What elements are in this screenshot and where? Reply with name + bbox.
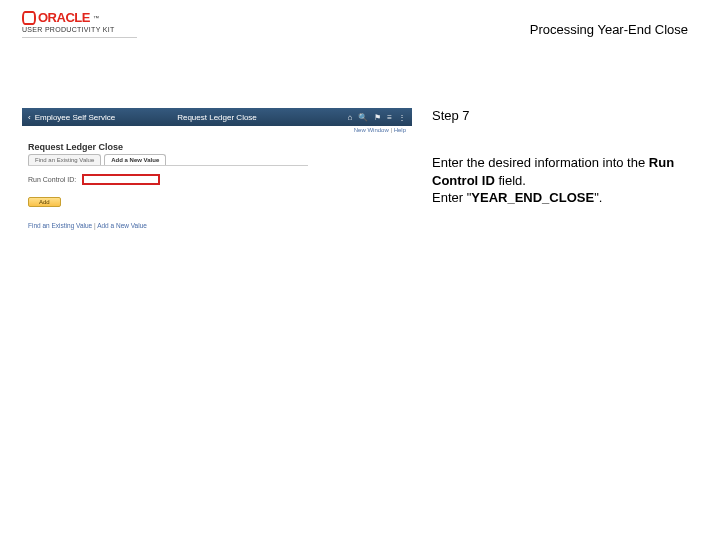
footer-links: Find an Existing Value | Add a New Value (28, 222, 412, 229)
help-link[interactable]: Help (394, 127, 406, 133)
menu-icon[interactable]: ⋮ (398, 113, 406, 122)
new-window-link[interactable]: New Window (354, 127, 389, 133)
brand-kit-label: USER PRODUCTIVITY KIT (22, 26, 137, 38)
step-label: Step 7 (432, 108, 470, 123)
inst-2b: ". (594, 190, 602, 205)
run-control-row: Run Control ID: (28, 174, 412, 185)
home-icon[interactable]: ⌂ (347, 113, 352, 122)
tab-underline (28, 165, 308, 166)
oracle-logo: ORACLE ™ (22, 10, 142, 25)
app-navbar: ‹ Employee Self Service Request Ledger C… (22, 108, 412, 126)
footer-find-link[interactable]: Find an Existing Value (28, 222, 92, 229)
search-icon[interactable]: 🔍 (358, 113, 368, 122)
app-screenshot-panel: ‹ Employee Self Service Request Ledger C… (22, 108, 412, 228)
inst-2-bold: YEAR_END_CLOSE (471, 190, 594, 205)
oracle-o-icon (22, 11, 36, 25)
inst-1b: field. (495, 173, 526, 188)
nav-back[interactable]: ‹ Employee Self Service (28, 113, 115, 122)
nav-back-label: Employee Self Service (35, 113, 115, 122)
run-control-label: Run Control ID: (28, 176, 78, 183)
tab-add-new[interactable]: Add a New Value (104, 154, 166, 165)
run-control-id-field[interactable] (82, 174, 160, 185)
inst-2a: Enter " (432, 190, 471, 205)
nav-icon-group: ⌂ 🔍 ⚑ ≡ ⋮ (347, 113, 406, 122)
sub-nav: New Window | Help (22, 126, 412, 138)
tab-strip: Find an Existing Value Add a New Value (22, 154, 412, 165)
trademark: ™ (93, 15, 99, 21)
brand-header: ORACLE ™ USER PRODUCTIVITY KIT (22, 10, 142, 38)
add-button[interactable]: Add (28, 197, 61, 207)
footer-add-link[interactable]: Add a New Value (97, 222, 147, 229)
page-heading: Request Ledger Close (22, 138, 412, 154)
nav-title: Request Ledger Close (177, 113, 257, 122)
tab-find-existing[interactable]: Find an Existing Value (28, 154, 101, 165)
doc-title: Processing Year-End Close (530, 22, 688, 37)
chevron-left-icon: ‹ (28, 113, 31, 122)
instruction-block: Enter the desired information into the R… (432, 154, 682, 207)
navigator-icon[interactable]: ≡ (387, 113, 392, 122)
brand-name: ORACLE (38, 10, 90, 25)
flag-icon[interactable]: ⚑ (374, 113, 381, 122)
inst-1a: Enter the desired information into the (432, 155, 649, 170)
